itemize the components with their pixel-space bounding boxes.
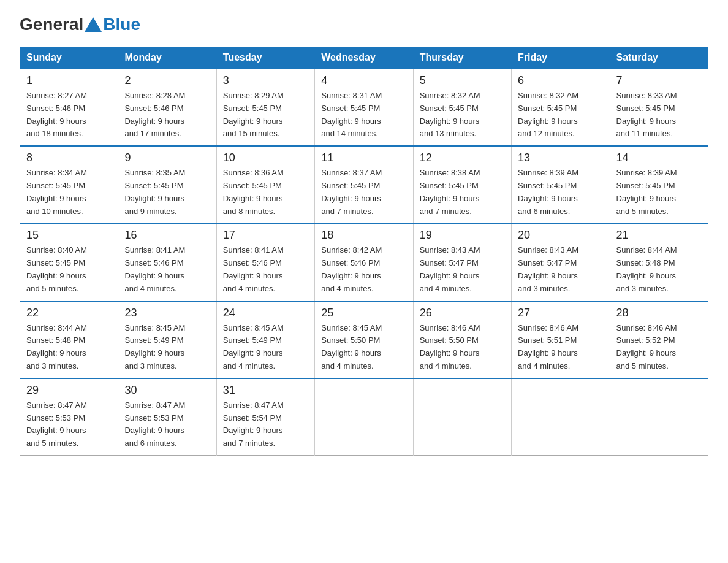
day-info: Sunrise: 8:41 AM Sunset: 5:46 PM Dayligh… (223, 244, 308, 295)
calendar-cell: 11 Sunrise: 8:37 AM Sunset: 5:45 PM Dayl… (315, 146, 413, 223)
day-number: 28 (616, 307, 702, 320)
day-info: Sunrise: 8:32 AM Sunset: 5:45 PM Dayligh… (420, 90, 505, 140)
calendar-cell: 9 Sunrise: 8:35 AM Sunset: 5:45 PM Dayli… (118, 146, 216, 223)
day-info: Sunrise: 8:47 AM Sunset: 5:53 PM Dayligh… (26, 399, 112, 450)
calendar-week-row: 29 Sunrise: 8:47 AM Sunset: 5:53 PM Dayl… (20, 378, 708, 456)
day-number: 11 (321, 151, 406, 164)
calendar-cell: 1 Sunrise: 8:27 AM Sunset: 5:46 PM Dayli… (20, 69, 118, 146)
page-header: General Blue (20, 15, 708, 34)
calendar-cell (315, 378, 413, 456)
day-number: 21 (616, 229, 702, 242)
day-info: Sunrise: 8:41 AM Sunset: 5:46 PM Dayligh… (124, 244, 210, 295)
day-number: 13 (518, 151, 603, 164)
day-info: Sunrise: 8:46 AM Sunset: 5:50 PM Dayligh… (420, 322, 505, 373)
day-number: 7 (616, 74, 702, 87)
day-info: Sunrise: 8:43 AM Sunset: 5:47 PM Dayligh… (518, 244, 603, 295)
day-number: 25 (321, 307, 406, 320)
day-info: Sunrise: 8:36 AM Sunset: 5:45 PM Dayligh… (223, 167, 308, 218)
day-info: Sunrise: 8:39 AM Sunset: 5:45 PM Dayligh… (518, 167, 603, 218)
calendar-cell: 16 Sunrise: 8:41 AM Sunset: 5:46 PM Dayl… (118, 223, 216, 301)
calendar-cell: 12 Sunrise: 8:38 AM Sunset: 5:45 PM Dayl… (413, 146, 511, 223)
day-number: 29 (26, 384, 112, 397)
day-info: Sunrise: 8:35 AM Sunset: 5:45 PM Dayligh… (124, 167, 210, 218)
calendar-cell (610, 378, 708, 456)
calendar-cell: 10 Sunrise: 8:36 AM Sunset: 5:45 PM Dayl… (216, 146, 314, 223)
calendar-cell (512, 378, 610, 456)
calendar-cell: 30 Sunrise: 8:47 AM Sunset: 5:53 PM Dayl… (118, 378, 216, 456)
day-number: 4 (321, 74, 406, 87)
day-info: Sunrise: 8:43 AM Sunset: 5:47 PM Dayligh… (420, 244, 505, 295)
day-info: Sunrise: 8:46 AM Sunset: 5:51 PM Dayligh… (518, 322, 603, 373)
day-number: 26 (420, 307, 505, 320)
day-info: Sunrise: 8:45 AM Sunset: 5:49 PM Dayligh… (223, 322, 308, 373)
day-number: 22 (26, 307, 112, 320)
day-number: 27 (518, 307, 603, 320)
day-number: 8 (26, 151, 112, 164)
logo: General Blue (20, 15, 140, 34)
day-info: Sunrise: 8:40 AM Sunset: 5:45 PM Dayligh… (26, 244, 112, 295)
logo-general: General (20, 15, 83, 34)
calendar-cell: 14 Sunrise: 8:39 AM Sunset: 5:45 PM Dayl… (610, 146, 708, 223)
calendar-cell: 2 Sunrise: 8:28 AM Sunset: 5:46 PM Dayli… (118, 69, 216, 146)
calendar-cell: 31 Sunrise: 8:47 AM Sunset: 5:54 PM Dayl… (216, 378, 314, 456)
calendar-cell: 27 Sunrise: 8:46 AM Sunset: 5:51 PM Dayl… (512, 301, 610, 378)
day-info: Sunrise: 8:39 AM Sunset: 5:45 PM Dayligh… (616, 167, 702, 218)
weekday-header-friday: Friday (512, 47, 610, 69)
day-number: 18 (321, 229, 406, 242)
day-number: 20 (518, 229, 603, 242)
calendar-cell: 13 Sunrise: 8:39 AM Sunset: 5:45 PM Dayl… (512, 146, 610, 223)
weekday-header-saturday: Saturday (610, 47, 708, 69)
day-number: 31 (223, 384, 308, 397)
calendar-cell: 19 Sunrise: 8:43 AM Sunset: 5:47 PM Dayl… (413, 223, 511, 301)
day-number: 14 (616, 151, 702, 164)
day-number: 24 (223, 307, 308, 320)
day-info: Sunrise: 8:44 AM Sunset: 5:48 PM Dayligh… (616, 244, 702, 295)
day-info: Sunrise: 8:31 AM Sunset: 5:45 PM Dayligh… (321, 90, 406, 140)
day-number: 3 (223, 74, 308, 87)
day-info: Sunrise: 8:46 AM Sunset: 5:52 PM Dayligh… (616, 322, 702, 373)
day-number: 19 (420, 229, 505, 242)
day-number: 17 (223, 229, 308, 242)
calendar-cell: 28 Sunrise: 8:46 AM Sunset: 5:52 PM Dayl… (610, 301, 708, 378)
weekday-header-wednesday: Wednesday (315, 47, 413, 69)
logo-triangle-icon (85, 17, 102, 32)
day-info: Sunrise: 8:34 AM Sunset: 5:45 PM Dayligh… (26, 167, 112, 218)
day-number: 1 (26, 74, 112, 87)
day-info: Sunrise: 8:32 AM Sunset: 5:45 PM Dayligh… (518, 90, 603, 140)
calendar-week-row: 1 Sunrise: 8:27 AM Sunset: 5:46 PM Dayli… (20, 69, 708, 146)
calendar-cell: 23 Sunrise: 8:45 AM Sunset: 5:49 PM Dayl… (118, 301, 216, 378)
calendar-cell: 18 Sunrise: 8:42 AM Sunset: 5:46 PM Dayl… (315, 223, 413, 301)
day-number: 16 (124, 229, 210, 242)
calendar-cell: 20 Sunrise: 8:43 AM Sunset: 5:47 PM Dayl… (512, 223, 610, 301)
day-info: Sunrise: 8:42 AM Sunset: 5:46 PM Dayligh… (321, 244, 406, 295)
calendar-cell: 5 Sunrise: 8:32 AM Sunset: 5:45 PM Dayli… (413, 69, 511, 146)
day-info: Sunrise: 8:28 AM Sunset: 5:46 PM Dayligh… (124, 90, 210, 140)
calendar-cell: 7 Sunrise: 8:33 AM Sunset: 5:45 PM Dayli… (610, 69, 708, 146)
calendar-week-row: 8 Sunrise: 8:34 AM Sunset: 5:45 PM Dayli… (20, 146, 708, 223)
day-info: Sunrise: 8:45 AM Sunset: 5:50 PM Dayligh… (321, 322, 406, 373)
weekday-header-tuesday: Tuesday (216, 47, 314, 69)
day-number: 30 (124, 384, 210, 397)
day-info: Sunrise: 8:38 AM Sunset: 5:45 PM Dayligh… (420, 167, 505, 218)
day-number: 6 (518, 74, 603, 87)
logo-blue: Blue (103, 15, 140, 34)
day-info: Sunrise: 8:27 AM Sunset: 5:46 PM Dayligh… (26, 90, 112, 140)
day-number: 12 (420, 151, 505, 164)
weekday-header-row: SundayMondayTuesdayWednesdayThursdayFrid… (20, 47, 708, 69)
calendar-cell (413, 378, 511, 456)
calendar-week-row: 22 Sunrise: 8:44 AM Sunset: 5:48 PM Dayl… (20, 301, 708, 378)
calendar-cell: 29 Sunrise: 8:47 AM Sunset: 5:53 PM Dayl… (20, 378, 118, 456)
calendar-week-row: 15 Sunrise: 8:40 AM Sunset: 5:45 PM Dayl… (20, 223, 708, 301)
calendar-cell: 15 Sunrise: 8:40 AM Sunset: 5:45 PM Dayl… (20, 223, 118, 301)
calendar-cell: 22 Sunrise: 8:44 AM Sunset: 5:48 PM Dayl… (20, 301, 118, 378)
weekday-header-thursday: Thursday (413, 47, 511, 69)
calendar-cell: 4 Sunrise: 8:31 AM Sunset: 5:45 PM Dayli… (315, 69, 413, 146)
day-info: Sunrise: 8:44 AM Sunset: 5:48 PM Dayligh… (26, 322, 112, 373)
weekday-header-monday: Monday (118, 47, 216, 69)
day-number: 9 (124, 151, 210, 164)
calendar-cell: 25 Sunrise: 8:45 AM Sunset: 5:50 PM Dayl… (315, 301, 413, 378)
day-info: Sunrise: 8:45 AM Sunset: 5:49 PM Dayligh… (124, 322, 210, 373)
day-number: 10 (223, 151, 308, 164)
day-number: 15 (26, 229, 112, 242)
day-info: Sunrise: 8:37 AM Sunset: 5:45 PM Dayligh… (321, 167, 406, 218)
